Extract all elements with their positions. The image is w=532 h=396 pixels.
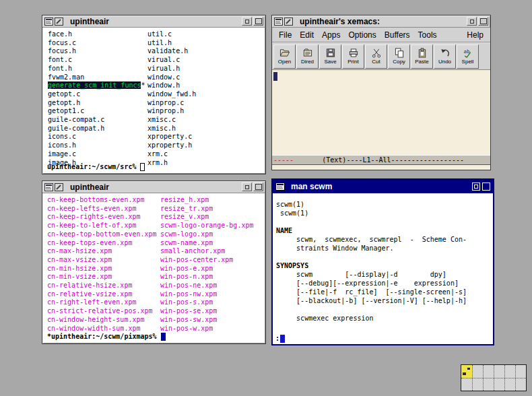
shell-prompt: *upintheair:~/scwm/pixmaps% <box>47 332 166 341</box>
window-config-icon[interactable] <box>55 18 63 26</box>
maximize-button[interactable] <box>253 183 263 191</box>
file-entry: win-pos-n.xpm <box>160 273 253 282</box>
file-entry: win-pos-center.xpm <box>160 256 253 265</box>
file-entry: cn-keep-to-left-of.xpm <box>47 222 157 230</box>
menu-file[interactable]: File <box>275 29 296 41</box>
document-icon[interactable] <box>275 183 285 191</box>
svg-text:ab: ab <box>463 48 470 55</box>
file-entry: resize_v.xpm <box>160 213 253 222</box>
file-entry: icons.c <box>48 133 145 141</box>
file-entry: font.c <box>48 56 145 65</box>
file-entry: cn-min-vsize.xpm <box>47 273 157 282</box>
file-entry: resize_h.xpm <box>160 196 253 205</box>
maximize-button[interactable] <box>478 17 488 26</box>
dired-folder-icon <box>302 48 314 58</box>
window-menu-icon[interactable] <box>44 183 53 191</box>
man-line <box>276 305 490 314</box>
file-entry: xproperty.h <box>147 141 196 150</box>
dired-button[interactable]: Dired <box>296 44 319 69</box>
file-entry: window_fwd.h <box>147 90 196 99</box>
maximize-button[interactable] <box>253 17 263 26</box>
terminal-pixmaps-titlebar[interactable]: upintheair <box>42 181 265 193</box>
copy-button[interactable]: Copy <box>388 44 410 69</box>
file-entry: focus.h <box>48 47 145 56</box>
file-entry: cn-relative-hsize.xpm <box>47 282 157 290</box>
paste-clipboard-icon <box>416 48 428 58</box>
man-window: man scwm scwm(1) scwm(1) NAME scwm, scwm… <box>271 178 494 345</box>
toolbar-button-label: Open <box>278 59 292 65</box>
cut-button[interactable]: Cut <box>365 44 387 69</box>
terminal-window-pixmaps: upintheair cn-keep-bottoms-even.xpmcn-ke… <box>42 180 266 344</box>
man-line: scwmexec expression <box>276 314 490 323</box>
window-title: upintheair <box>70 183 240 192</box>
man-line: scwm, scwmexec, scwmrepl - Scheme Con- <box>276 235 490 244</box>
file-entry: image.c <box>48 150 145 159</box>
print-button[interactable]: Print <box>342 44 364 69</box>
menu-buffers[interactable]: Buffers <box>380 29 414 41</box>
file-entry: cn-keep-bottoms-even.xpm <box>47 196 157 205</box>
text-cursor <box>140 163 145 171</box>
file-entry: virual.c <box>147 56 196 65</box>
open-button[interactable]: Open <box>273 44 296 69</box>
spell-button[interactable]: abSpell <box>457 44 479 69</box>
window-menu-icon[interactable] <box>274 18 283 26</box>
file-entry: win-pos-e.xpm <box>160 265 253 273</box>
save-button[interactable]: Save <box>319 44 341 69</box>
file-entry: getopt.c <box>48 90 145 99</box>
file-entry: getopt1.c <box>48 107 145 116</box>
maximize-button[interactable] <box>482 183 490 191</box>
xemacs-buffer[interactable] <box>272 70 490 155</box>
undo-arrow-icon <box>439 48 451 58</box>
file-entry: cn-min-hsize.xpm <box>47 265 157 273</box>
pager-mini-window <box>467 368 470 370</box>
file-entry: cn-window-height-sum.xpm <box>47 316 157 325</box>
toolbar-button-label: Print <box>347 59 358 65</box>
xemacs-minibuffer[interactable] <box>272 165 490 170</box>
menu-edit[interactable]: Edit <box>296 29 318 41</box>
man-page-content[interactable]: scwm(1) scwm(1) NAME scwm, scwmexec, scw… <box>273 193 493 344</box>
window-config-icon[interactable] <box>55 183 63 191</box>
file-entry: generate_scm_init_funcs* <box>48 81 145 90</box>
window-config-icon[interactable] <box>284 18 293 26</box>
man-text: scwm(1) scwm(1) NAME scwm, scwmexec, scw… <box>276 200 490 323</box>
toolbar-button-label: Cut <box>372 59 380 65</box>
menu-help[interactable]: Help <box>463 29 488 41</box>
terminal-src-titlebar[interactable]: upintheair <box>42 15 265 28</box>
iconify-button[interactable] <box>467 17 477 26</box>
toolbar-button-label: Copy <box>393 59 405 65</box>
file-entry: cn-keep-tops-even.xpm <box>47 239 157 248</box>
menu-apps[interactable]: Apps <box>318 29 344 41</box>
man-line: NAME <box>276 226 490 235</box>
file-entry: xproperty.c <box>147 133 196 141</box>
menubar-items: FileEditAppsOptionsBuffersTools <box>275 29 441 41</box>
menu-tools[interactable]: Tools <box>414 29 441 41</box>
file-entry: util.c <box>147 30 196 39</box>
file-entry: win-pos-se.xpm <box>160 307 253 316</box>
desktop-pager[interactable] <box>461 364 527 391</box>
file-entry: font.h <box>48 65 145 73</box>
file-entry: getopt.h <box>48 99 145 108</box>
file-entry: xrm.h <box>147 159 196 168</box>
man-titlebar[interactable]: man scwm <box>273 180 493 193</box>
file-entry: fvwm2.man <box>48 73 145 82</box>
iconify-button[interactable] <box>242 17 252 26</box>
pager-prompt: : <box>275 335 285 343</box>
file-entry: win-pos-sw.xpm <box>160 316 253 325</box>
undo-button[interactable]: Undo <box>434 44 456 69</box>
terminal-pixmaps-screen[interactable]: cn-keep-bottoms-even.xpmcn-keep-lefts-ev… <box>43 193 265 343</box>
window-title: upintheair's xemacs: <box>300 17 465 26</box>
iconify-button[interactable] <box>472 183 480 191</box>
window-menu-icon[interactable] <box>44 18 53 26</box>
iconify-button[interactable] <box>242 183 252 191</box>
file-list-column: face.hfocus.cfocus.hfont.cfont.hfvwm2.ma… <box>48 30 145 167</box>
file-list-column: resize_h.xpmresize_tr.xpmresize_v.xpmscw… <box>160 196 253 333</box>
paste-button[interactable]: Paste <box>411 44 433 69</box>
pager-active-desktop[interactable] <box>461 365 472 378</box>
file-entry: cn-max-hsize.xpm <box>47 247 157 256</box>
man-line: [--debug][--expression|-e expression] <box>276 279 490 288</box>
xemacs-titlebar[interactable]: upintheair's xemacs: <box>272 15 490 28</box>
terminal-src-screen[interactable]: face.hfocus.cfocus.hfont.cfont.hfvwm2.ma… <box>43 28 265 173</box>
file-entry: cn-keep-rights-even.xpm <box>47 213 157 222</box>
man-line: [--blackout|-b] [--version|-V] [--help|-… <box>276 296 490 305</box>
menu-options[interactable]: Options <box>344 29 380 41</box>
